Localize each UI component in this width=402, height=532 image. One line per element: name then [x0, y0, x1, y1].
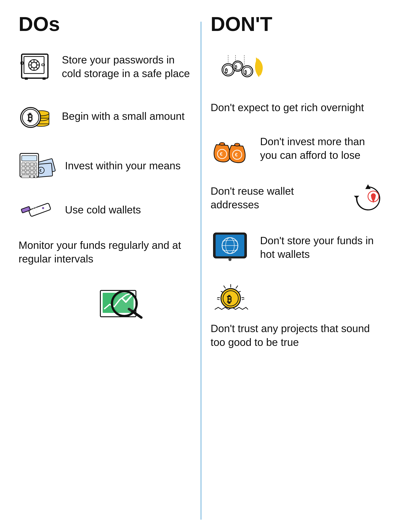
svg-line-9	[30, 61, 32, 63]
dont-row-4: Don't store your funds in hot wallets	[210, 232, 383, 263]
svg-rect-47	[30, 175, 34, 178]
bitcoin-coins-icon: ₿	[19, 101, 53, 132]
svg-text:€: €	[220, 151, 223, 157]
svg-rect-46	[22, 175, 29, 178]
dont-title: DON'T	[210, 12, 383, 36]
svg-text:₿: ₿	[244, 70, 247, 75]
calculator-icon: € €	[19, 150, 56, 181]
svg-line-12	[30, 67, 32, 69]
dont-text-hot-wallets: Don't store your funds in hot wallets	[260, 234, 383, 261]
svg-rect-40	[30, 167, 34, 170]
dos-item-row-2: ₿ Begin with a small amount	[19, 101, 192, 132]
svg-line-10	[36, 67, 38, 69]
dos-column: DOs	[9, 12, 201, 520]
svg-line-97	[217, 299, 219, 300]
dos-item-cold-wallets: Use cold wallets	[19, 200, 192, 220]
dont-column: DON'T ₿ ₿	[201, 12, 393, 520]
svg-rect-49	[29, 203, 51, 217]
dos-text-invest-means: Invest within your means	[65, 159, 181, 172]
dos-item-invest-means: € €	[19, 150, 192, 181]
usb-cold-wallet-icon	[19, 200, 56, 220]
dont-row-2: € € Don't invest more than you can affor…	[210, 133, 383, 164]
dos-item-row-4: Use cold wallets	[19, 200, 192, 220]
dos-text-monitor-funds: Monitor your funds regularly and at regu…	[19, 238, 192, 266]
svg-rect-44	[30, 171, 34, 174]
svg-rect-38	[22, 167, 25, 170]
safe-icon	[19, 51, 53, 82]
svg-line-11	[36, 61, 38, 63]
dos-text-cold-wallets: Use cold wallets	[65, 203, 141, 216]
dont-text-too-good: Don't trust any projects that sound too …	[210, 322, 383, 349]
dos-title: DOs	[19, 12, 192, 36]
svg-rect-42	[22, 171, 25, 174]
dos-item-begin-small: ₿ Begin with a small amount	[19, 101, 192, 132]
svg-rect-37	[34, 163, 37, 166]
svg-line-89	[236, 286, 238, 288]
svg-rect-33	[22, 156, 37, 161]
dont-item-invest-more: € € Don't invest more than you can affor…	[210, 133, 383, 164]
svg-rect-1	[24, 57, 44, 74]
svg-rect-34	[22, 163, 25, 166]
location-cycle-icon	[353, 182, 383, 213]
dont-text-invest-more: Don't invest more than you can afford to…	[260, 135, 383, 162]
dos-text-store-passwords: Store your passwords in cold storage in …	[62, 53, 192, 80]
svg-text:₿: ₿	[225, 68, 228, 74]
dos-item-monitor-funds: Monitor your funds regularly and at regu…	[19, 238, 192, 318]
dont-item-rich-overnight: ₿ ₿ ₿ Don't expect to get rich overnight	[210, 51, 383, 114]
svg-line-91	[224, 286, 225, 288]
dont-text-rich-overnight: Don't expect to get rich overnight	[210, 101, 383, 114]
svg-rect-41	[34, 167, 37, 170]
svg-point-4	[31, 62, 37, 68]
dont-item-hot-wallets: Don't store your funds in hot wallets	[210, 232, 383, 263]
svg-point-72	[220, 143, 225, 146]
dos-text-begin-small: Begin with a small amount	[62, 109, 185, 123]
svg-rect-36	[30, 163, 34, 166]
svg-rect-39	[26, 167, 29, 170]
svg-rect-14	[43, 77, 46, 80]
svg-text:₿: ₿	[28, 112, 33, 123]
dont-item-too-good: ₿ Don't trust any projects that sound to…	[210, 281, 383, 349]
tablet-hot-wallet-icon	[210, 232, 251, 263]
svg-text:€: €	[40, 168, 42, 172]
svg-text:₿: ₿	[235, 64, 237, 70]
svg-text:₿: ₿	[227, 294, 232, 304]
svg-rect-35	[26, 163, 29, 166]
svg-point-75	[235, 143, 240, 146]
dont-item-reuse-addresses: Don't reuse wallet addresses	[210, 182, 383, 213]
night-bitcoin-icon: ₿ ₿ ₿	[210, 51, 266, 94]
dos-item-row-3: € €	[19, 150, 192, 181]
svg-point-87	[229, 258, 231, 261]
magnify-chart-icon	[96, 275, 145, 318]
svg-text:€: €	[235, 152, 238, 158]
dont-row-3: Don't reuse wallet addresses	[210, 182, 383, 213]
dos-item-row-1: Store your passwords in cold storage in …	[19, 51, 192, 82]
svg-rect-48	[34, 175, 37, 178]
main-container: DOs	[0, 0, 402, 532]
svg-point-59	[114, 293, 135, 314]
money-bags-icon: € €	[210, 133, 251, 164]
dos-item-store-passwords: Store your passwords in cold storage in …	[19, 51, 192, 82]
bitcoin-sun-icon: ₿	[210, 281, 251, 315]
svg-rect-43	[26, 171, 29, 174]
svg-line-99	[242, 299, 244, 300]
svg-rect-13	[25, 77, 28, 80]
svg-marker-79	[354, 196, 359, 198]
svg-rect-45	[34, 171, 37, 174]
dont-text-reuse-addresses: Don't reuse wallet addresses	[210, 184, 343, 212]
